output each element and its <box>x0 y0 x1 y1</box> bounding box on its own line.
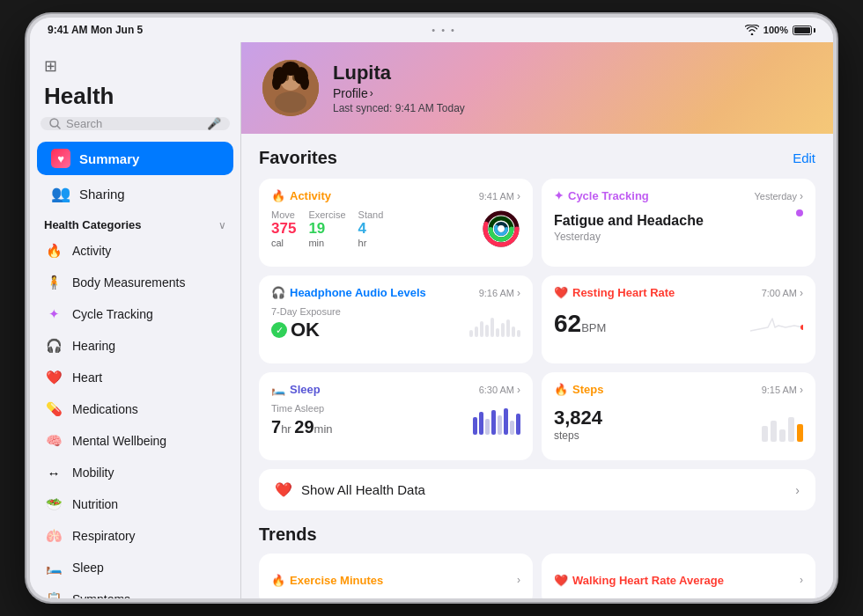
content-body: Favorites Edit 🔥 Activity <box>241 134 833 598</box>
steps-card[interactable]: 🔥 Steps 9:15 AM › <box>542 372 815 460</box>
trend-walking-hr-card[interactable]: ❤️ Walking Heart Rate Average › <box>542 554 815 598</box>
battery-tip <box>814 28 815 33</box>
hearing-icon: 🎧 <box>44 336 63 356</box>
stand-metric: Stand 4 hr <box>358 209 384 248</box>
sleep-content: Time Asleep 7hr 29min <box>271 403 333 437</box>
respiratory-icon: 🫁 <box>44 526 63 546</box>
heart-rate-arrow-icon: › <box>800 287 803 299</box>
svg-point-11 <box>300 76 309 90</box>
category-activity-label: Activity <box>72 244 111 258</box>
trend-exercise-chevron: › <box>517 574 520 586</box>
activity-icon: 🔥 <box>44 241 63 260</box>
wifi-icon <box>745 25 759 35</box>
cycle-card-icon: ✦ <box>554 189 564 202</box>
heart-rate-content: 62BPM <box>554 306 606 338</box>
cycle-card-header: ✦ Cycle Tracking Yesterday › <box>554 189 803 202</box>
main-content: Lupita Profile › Last synced: 9:41 AM To… <box>241 42 833 598</box>
sleep-bar-7 <box>510 421 514 435</box>
heart-rate-chart <box>750 306 803 338</box>
show-all-heart-icon: ❤️ <box>275 481 292 498</box>
profile-link[interactable]: Profile › <box>333 86 465 100</box>
sidebar-item-sleep[interactable]: 🛏️ Sleep <box>30 552 240 583</box>
audio-bar-2 <box>475 326 478 337</box>
mic-icon[interactable]: 🎤 <box>207 117 221 130</box>
edit-button[interactable]: Edit <box>793 150 815 165</box>
activity-ring <box>482 209 520 248</box>
steps-bar-4 <box>788 417 794 442</box>
ipad-frame: 9:41 AM Mon Jun 5 • • • 100% <box>26 14 837 602</box>
sleep-bar-6 <box>504 408 508 435</box>
cycle-condition: Fatigue and Headache <box>554 213 704 229</box>
trend-walking-hr-icon: ❤️ <box>554 574 568 587</box>
profile-sync: Last synced: 9:41 AM Today <box>333 102 465 114</box>
activity-card[interactable]: 🔥 Activity 9:41 AM › Move <box>259 179 533 267</box>
cycle-card[interactable]: ✦ Cycle Tracking Yesterday › F <box>542 179 815 267</box>
profile-link-label: Profile <box>333 86 368 100</box>
sleep-bar-3 <box>485 419 490 435</box>
sleep-value: 7hr 29min <box>271 417 333 437</box>
sharing-icon: 👥 <box>51 184 70 203</box>
activity-metrics: Move 375 cal Exercise 19 min <box>271 209 520 248</box>
app-layout: ⊞ Health Search 🎤 ♥ Summary <box>30 42 833 598</box>
sidebar-item-hearing[interactable]: 🎧 Hearing <box>30 330 240 362</box>
sidebar-item-cycle[interactable]: ✦ Cycle Tracking <box>30 298 240 330</box>
exercise-unit: min <box>308 238 345 248</box>
sleep-card[interactable]: 🛏️ Sleep 6:30 AM › Time Aslee <box>259 372 533 460</box>
steps-value: 3,824 <box>554 407 602 429</box>
battery-percent: 100% <box>763 25 788 35</box>
steps-bar-1 <box>762 426 768 442</box>
activity-ring-svg <box>482 209 520 248</box>
sleep-bar-2 <box>479 412 483 435</box>
trend-exercise-card[interactable]: 🔥 Exercise Minutes › <box>259 554 533 598</box>
audio-bar-4 <box>485 325 489 337</box>
sleep-hour-unit: hr <box>281 422 294 436</box>
category-medications-label: Medications <box>72 402 138 416</box>
exercise-value: 19 <box>308 220 345 238</box>
headphone-arrow-icon: › <box>517 287 520 299</box>
sidebar-item-respiratory[interactable]: 🫁 Respiratory <box>30 520 240 552</box>
favorites-title: Favorites <box>259 148 337 168</box>
heart-rate-card-title: ❤️ Resting Heart Rate <box>554 286 675 299</box>
sidebar-item-medications[interactable]: 💊 Medications <box>30 393 240 425</box>
category-symptoms-label: Symptoms <box>72 592 130 598</box>
ok-badge: ✓ OK <box>271 319 341 341</box>
nav-sharing[interactable]: 👥 Sharing <box>37 177 233 210</box>
chevron-down-icon[interactable]: ∨ <box>218 219 226 231</box>
steps-card-icon: 🔥 <box>554 383 568 396</box>
status-time: 9:41 AM Mon Jun 5 <box>48 24 143 36</box>
move-metric: Move 375 cal <box>271 209 296 248</box>
headphone-content: 7-Day Exposure ✓ OK <box>271 306 341 341</box>
stand-value: 4 <box>358 220 384 238</box>
sidebar-item-mental[interactable]: 🧠 Mental Wellbeing <box>30 425 240 457</box>
cycle-card-title: ✦ Cycle Tracking <box>554 189 649 202</box>
search-bar[interactable]: Search 🎤 <box>41 117 230 130</box>
sleep-card-time: 6:30 AM › <box>479 384 520 396</box>
heart-rate-card[interactable]: ❤️ Resting Heart Rate 7:00 AM › <box>542 275 815 363</box>
svg-point-10 <box>272 76 281 90</box>
panel-icon[interactable]: ⊞ <box>44 56 57 76</box>
headphone-card[interactable]: 🎧 Headphone Audio Levels 9:16 AM › <box>259 275 533 363</box>
sleep-min-unit: min <box>314 422 333 436</box>
show-all-chevron-icon: › <box>795 483 800 497</box>
steps-card-title: 🔥 Steps <box>554 383 603 396</box>
sidebar-item-activity[interactable]: 🔥 Activity <box>30 235 240 267</box>
exercise-label: Exercise <box>308 209 345 220</box>
avatar <box>262 60 319 116</box>
show-all-button[interactable]: ❤️ Show All Health Data › <box>259 469 815 510</box>
headphone-card-time: 9:16 AM › <box>479 287 520 299</box>
sidebar-item-body[interactable]: 🧍 Body Measurements <box>30 267 240 298</box>
profile-info: Lupita Profile › Last synced: 9:41 AM To… <box>333 62 465 114</box>
sidebar-item-heart[interactable]: ❤️ Heart <box>30 362 240 393</box>
sidebar-item-nutrition[interactable]: 🥗 Nutrition <box>30 488 240 520</box>
avatar-image <box>262 60 319 116</box>
favorites-grid: 🔥 Activity 9:41 AM › Move <box>259 179 815 460</box>
sidebar-item-mobility[interactable]: ↔ Mobility <box>30 457 240 488</box>
nav-summary-label: Summary <box>79 151 139 166</box>
favorites-heading: Favorites Edit <box>259 148 815 168</box>
nav-summary[interactable]: ♥ Summary <box>37 142 233 175</box>
sidebar-item-symptoms[interactable]: 📋 Symptoms <box>30 583 240 598</box>
steps-bars-chart <box>762 414 803 442</box>
steps-arrow-icon: › <box>800 384 803 396</box>
battery-fill <box>794 27 810 33</box>
audio-bars-chart <box>469 311 520 337</box>
